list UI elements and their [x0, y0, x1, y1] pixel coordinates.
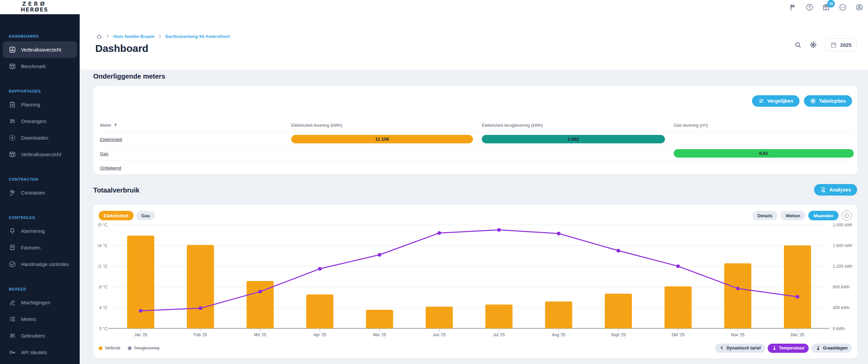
- sidebar-item-meters[interactable]: Meters: [3, 311, 77, 327]
- flag-icon: [789, 3, 797, 11]
- more-menu-button[interactable]: [839, 3, 847, 11]
- chart-options-button[interactable]: [842, 210, 852, 221]
- euro-icon: €: [719, 345, 725, 351]
- sidebar-item-ontvangers[interactable]: Ontvangers: [3, 113, 77, 129]
- question-icon: ?: [806, 3, 813, 11]
- sidebar-item-verbruiksoverzicht[interactable]: Verbruiksoverzicht: [3, 146, 77, 163]
- temp-dot-apr-25: [318, 267, 322, 271]
- signature-icon: [9, 299, 16, 306]
- right-axis-label: 400 kWh: [833, 305, 849, 310]
- bar-apr-25: [306, 295, 333, 328]
- sidebar-item-planning[interactable]: Planning: [3, 96, 77, 113]
- table-actions: Vergelijken Tabelopties: [752, 95, 852, 107]
- help-button[interactable]: ?: [806, 3, 813, 11]
- sidebar-item-label: Facturen: [21, 245, 40, 250]
- clipboard-icon: [9, 101, 16, 108]
- sidebar-section-rapportages: RAPPORTAGESPlanningOntvangersDownloadenV…: [0, 89, 80, 163]
- table-icon: [9, 151, 16, 158]
- sidebar-item-label: Alarmering: [21, 228, 45, 234]
- sidebar-section-heading: CONTRACTEN: [9, 177, 80, 182]
- sidebar-item-label: Planning: [21, 102, 40, 107]
- chart-overlay-toggles: €Dynamisch tariefTemperatuurGraaddagen: [715, 344, 852, 353]
- people-icon: [9, 332, 16, 339]
- column-header-elektriciteit-teruglevering-kwh-: Elektriciteit teruglevering (kWh): [482, 123, 674, 128]
- temp-dot-jun-25: [437, 231, 441, 235]
- right-axis-label: 0 kWh: [833, 326, 845, 331]
- bar-feb-25: [187, 245, 214, 328]
- column-header-meter[interactable]: Meter: [100, 123, 291, 128]
- temp-dot-aug-25: [557, 232, 560, 236]
- sidebar-item-alarmering[interactable]: Alarmering: [3, 223, 77, 239]
- sidebar-item-benchmark[interactable]: Benchmark: [3, 58, 77, 75]
- teruglevering-bar: 2.692: [482, 135, 665, 143]
- meter-link-elektriciteit[interactable]: Elektriciteit: [100, 137, 122, 142]
- overlay-chip-dynamisch-tarief[interactable]: €Dynamisch tarief: [715, 344, 765, 353]
- period-tab-weken[interactable]: Weken: [781, 211, 805, 220]
- period-tab-maanden[interactable]: Maanden: [808, 211, 839, 220]
- temp-dot-mrt-25: [258, 290, 262, 294]
- bar-jul-25: [486, 305, 513, 328]
- x-tick-label: Okt '25: [672, 332, 685, 337]
- bar-nov-25: [724, 263, 751, 328]
- legend-item-verbruik[interactable]: Verbruik: [99, 346, 120, 350]
- sidebar-item-machtigingen[interactable]: Machtigingen: [3, 294, 77, 311]
- flag-button[interactable]: [789, 3, 797, 11]
- search-icon[interactable]: [794, 41, 802, 48]
- sidebar-item-api-sleutels[interactable]: API sleutels: [3, 344, 77, 361]
- sidebar-section-heading: CONTROLES: [9, 215, 80, 220]
- year-selector[interactable]: 2025: [825, 38, 857, 51]
- sidebar-item-label: API sleutels: [21, 350, 47, 355]
- meter-link-gas[interactable]: Gas: [100, 151, 108, 156]
- sidebar-item-label: Machtigingen: [21, 300, 50, 305]
- table-options-button[interactable]: Tabelopties: [804, 95, 852, 107]
- temp-dot-jul-25: [497, 228, 501, 232]
- bar-okt-25: [665, 286, 692, 328]
- x-tick-label: Dec '25: [791, 332, 805, 337]
- temp-dot-dec-25: [795, 295, 799, 299]
- topbar: ZERØ HERØES ? 25: [0, 0, 868, 14]
- overlay-chip-temperatuur[interactable]: Temperatuur: [768, 344, 809, 353]
- x-tick-label: Jun '25: [433, 332, 446, 337]
- totals-chart: 0 °C0 kWh4 °C400 kWh8 °C800 kWh12 °C1.20…: [98, 222, 852, 339]
- chevron-right-icon: [105, 34, 110, 39]
- sidebar-item-handmatige-controles[interactable]: Handmatige controles: [3, 256, 77, 272]
- home-icon[interactable]: [96, 33, 102, 40]
- calendar-icon: [830, 42, 837, 48]
- page-title: Dashboard: [95, 43, 149, 54]
- legend-item-teruglevering[interactable]: Teruglevering: [128, 346, 159, 350]
- settings-gear-icon[interactable]: [810, 41, 817, 48]
- period-tab-details[interactable]: Details: [752, 211, 777, 220]
- compare-button-label: Vergelijken: [767, 98, 793, 104]
- meter-link-onbekend[interactable]: Onbekend: [100, 165, 121, 170]
- user-menu-button[interactable]: [855, 3, 863, 11]
- sidebar-section-controles: CONTROLESAlarmeringFacturenHandmatige co…: [0, 215, 80, 272]
- analyses-button[interactable]: Analyses: [814, 184, 857, 196]
- temp-dot-feb-25: [199, 306, 202, 310]
- people-icon: [9, 118, 16, 125]
- left-axis-label: 0 °C: [99, 326, 107, 331]
- overlay-chip-graaddagen[interactable]: Graaddagen: [811, 344, 852, 353]
- receipt-icon: [9, 244, 16, 251]
- header-controls: 2025: [794, 38, 857, 51]
- x-tick-label: Mrt '25: [254, 332, 267, 337]
- breadcrumb-link-family[interactable]: Huis familie Braam: [113, 34, 155, 39]
- energy-tab-elektriciteit[interactable]: Elektriciteit: [99, 211, 134, 220]
- sidebar-item-label: Handmatige controles: [21, 262, 69, 267]
- right-axis-label: 800 kWh: [833, 285, 849, 289]
- energy-tab-gas[interactable]: Gas: [136, 211, 155, 220]
- sidebar-item-contracten[interactable]: Contracten: [3, 184, 77, 201]
- sidebar-item-gebruikers[interactable]: Gebruikers: [3, 327, 77, 344]
- sort-ascending-icon: [113, 123, 118, 127]
- rewards-button[interactable]: 25: [822, 3, 830, 11]
- bell-icon: [9, 227, 16, 235]
- sidebar-item-verbruiksoverzicht[interactable]: Verbruiksoverzicht: [3, 41, 77, 58]
- thermometer-icon: [815, 345, 821, 351]
- sidebar-item-facturen[interactable]: Facturen: [3, 239, 77, 256]
- temp-dot-nov-25: [736, 287, 739, 290]
- sidebar-item-downloaden[interactable]: Downloaden: [3, 129, 77, 146]
- compare-button[interactable]: Vergelijken: [752, 95, 800, 107]
- main-content: Huis familie Braam Darthuizerberg 94 Ame…: [80, 14, 868, 364]
- sidebar-item-label: Contracten: [21, 190, 45, 196]
- breadcrumb-link-address[interactable]: Darthuizerberg 94 Amersfoort: [165, 34, 230, 39]
- x-tick-label: Feb '25: [194, 332, 207, 337]
